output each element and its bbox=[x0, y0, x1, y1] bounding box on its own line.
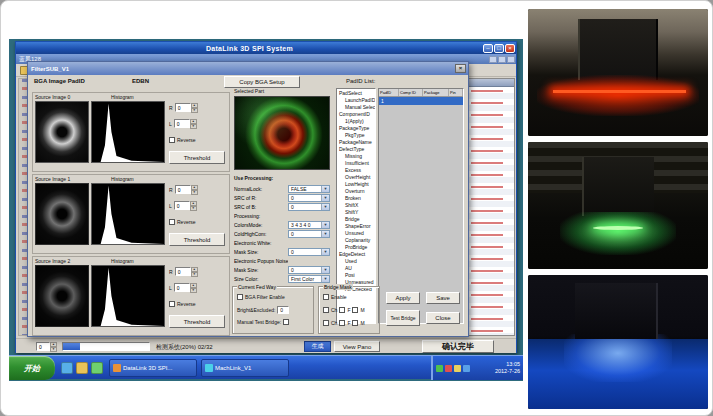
tree-item[interactable]: PadSelect bbox=[337, 90, 375, 97]
save-button[interactable]: Save bbox=[426, 292, 460, 304]
tree-item[interactable]: Insufficient bbox=[337, 160, 375, 167]
view-pano-button[interactable]: View Pano bbox=[334, 341, 380, 352]
col-package[interactable]: Package bbox=[423, 89, 449, 96]
bridge-enable-checkbox[interactable] bbox=[323, 294, 329, 300]
doc-maximize-button[interactable] bbox=[498, 56, 506, 63]
bga-filter-enable-checkbox[interactable] bbox=[237, 294, 243, 300]
tree-item[interactable]: Excess bbox=[337, 167, 375, 174]
r-value-field[interactable]: 0 bbox=[175, 267, 191, 276]
tree-item[interactable]: ComponentID bbox=[337, 111, 375, 118]
confirm-complete-button[interactable]: 确认完毕 bbox=[422, 340, 494, 353]
apply-button[interactable]: Apply bbox=[386, 292, 420, 304]
tree-item[interactable]: LowHeight bbox=[337, 181, 375, 188]
l-stepper[interactable]: ▲▼ bbox=[190, 119, 197, 128]
tree-item[interactable]: ShiftY bbox=[337, 209, 375, 216]
processing-dropdown[interactable]: 0▼ bbox=[288, 230, 330, 238]
tree-item[interactable]: LaunchPadID bbox=[337, 97, 375, 104]
results-table-rows[interactable] bbox=[469, 87, 514, 335]
processing-dropdown[interactable]: 0▼ bbox=[288, 248, 330, 256]
l-value-field[interactable]: 0 bbox=[174, 201, 190, 210]
tray-status-icon-yellow[interactable] bbox=[454, 365, 461, 372]
start-button[interactable]: 开始 bbox=[9, 356, 55, 380]
close-dialog-button[interactable]: Close bbox=[426, 312, 460, 324]
col-padid[interactable]: PadID bbox=[379, 89, 399, 96]
quicklaunch-icon-3[interactable] bbox=[91, 362, 103, 374]
run-button[interactable]: 生成 bbox=[304, 341, 331, 352]
manual-test-bridge-checkbox[interactable] bbox=[283, 319, 289, 325]
tree-item[interactable]: Bridge bbox=[337, 216, 375, 223]
tree-item[interactable]: Coplanarity bbox=[337, 237, 375, 244]
reverse-checkbox[interactable] bbox=[169, 301, 175, 307]
tree-item[interactable]: PackageName bbox=[337, 139, 375, 146]
taskbar-task-machlink[interactable]: MachLink_V1 bbox=[201, 359, 289, 377]
tree-item[interactable]: Unsured bbox=[337, 230, 375, 237]
tray-status-icon-green[interactable] bbox=[436, 365, 443, 372]
tree-item[interactable]: EdgeDetect bbox=[337, 251, 375, 258]
tree-item[interactable]: ShapeError bbox=[337, 223, 375, 230]
minimize-button[interactable]: – bbox=[483, 44, 493, 53]
tree-item[interactable]: Missing bbox=[337, 153, 375, 160]
bright-excluded-field[interactable]: 0 bbox=[277, 306, 289, 314]
close-button[interactable]: × bbox=[505, 44, 515, 53]
processing-dropdown[interactable]: FALSE▼ bbox=[288, 185, 330, 193]
selected-list-row[interactable]: 1 bbox=[379, 97, 463, 105]
doc-close-button[interactable] bbox=[507, 56, 515, 63]
r-stepper[interactable]: ▲▼ bbox=[191, 185, 198, 194]
processing-dropdown[interactable]: 3 4 3 4 0▼ bbox=[288, 221, 330, 229]
processing-dropdown[interactable]: 0▼ bbox=[288, 266, 330, 274]
r-stepper[interactable]: ▲▼ bbox=[191, 103, 198, 112]
results-table-header bbox=[469, 79, 514, 87]
bridge-f-checkbox[interactable] bbox=[339, 307, 345, 313]
processing-dropdown[interactable]: First Color▼ bbox=[288, 275, 330, 283]
processing-dropdown[interactable]: 0▼ bbox=[288, 194, 330, 202]
tree-item[interactable]: OverHeight bbox=[337, 174, 375, 181]
tree-item[interactable]: 1(Apply) bbox=[337, 118, 375, 125]
r-stepper[interactable]: ▲▼ bbox=[191, 267, 198, 276]
tree-item[interactable]: AU bbox=[337, 265, 375, 272]
results-table[interactable] bbox=[468, 78, 515, 336]
counter-field[interactable]: 0 bbox=[36, 342, 50, 351]
tree-item[interactable]: PkgType bbox=[337, 132, 375, 139]
bridge-m2-checkbox[interactable] bbox=[352, 320, 358, 326]
tree-item[interactable]: Posi bbox=[337, 272, 375, 279]
r-value-field[interactable]: 0 bbox=[175, 185, 191, 194]
tree-item[interactable]: Manual Select bbox=[337, 104, 375, 111]
r-value-field[interactable]: 0 bbox=[175, 103, 191, 112]
l-stepper[interactable]: ▲▼ bbox=[190, 283, 197, 292]
bridge-ch-checkbox[interactable] bbox=[323, 307, 329, 313]
counter-stepper[interactable]: ▲▼ bbox=[50, 342, 57, 351]
reverse-checkbox[interactable] bbox=[169, 219, 175, 225]
test-bridge-button[interactable]: Test Bridge bbox=[386, 310, 420, 326]
tray-status-icon-blue[interactable] bbox=[463, 365, 470, 372]
tree-item[interactable]: Used bbox=[337, 258, 375, 265]
threshold-button[interactable]: Threshold bbox=[169, 151, 225, 164]
histogram-label: Histogram bbox=[111, 258, 134, 264]
tray-status-icon-red[interactable] bbox=[445, 365, 452, 372]
col-pin[interactable]: Pin bbox=[449, 89, 463, 96]
bridge-ch2-checkbox[interactable] bbox=[323, 320, 329, 326]
l-stepper[interactable]: ▲▼ bbox=[190, 201, 197, 210]
quicklaunch-icon-1[interactable] bbox=[61, 362, 73, 374]
reverse-checkbox[interactable] bbox=[169, 137, 175, 143]
col-compid[interactable]: Comp ID bbox=[399, 89, 423, 96]
dialog-close-icon[interactable]: × bbox=[455, 64, 466, 73]
quicklaunch-icon-2[interactable] bbox=[76, 362, 88, 374]
l-value-field[interactable]: 0 bbox=[174, 283, 190, 292]
tree-item[interactable]: ShiftX bbox=[337, 202, 375, 209]
tree-item[interactable]: Overturn bbox=[337, 188, 375, 195]
maximize-button[interactable]: □ bbox=[494, 44, 504, 53]
tree-item[interactable]: DefectType bbox=[337, 146, 375, 153]
copy-bga-setup-button[interactable]: Copy BGA Setup bbox=[224, 76, 300, 88]
padid-listbox[interactable]: PadID Comp ID Package Pin 1 bbox=[378, 88, 464, 324]
tree-item[interactable]: Broken bbox=[337, 195, 375, 202]
doc-minimize-button[interactable] bbox=[489, 56, 497, 63]
tree-item[interactable]: PackageType bbox=[337, 125, 375, 132]
taskbar-task-datalink[interactable]: DataLink 3D SPI... bbox=[109, 359, 197, 377]
bridge-f2-checkbox[interactable] bbox=[339, 320, 345, 326]
threshold-button[interactable]: Threshold bbox=[169, 233, 225, 246]
threshold-button[interactable]: Threshold bbox=[169, 315, 225, 328]
processing-dropdown[interactable]: 0▼ bbox=[288, 203, 330, 211]
l-value-field[interactable]: 0 bbox=[174, 119, 190, 128]
bridge-m-checkbox[interactable] bbox=[352, 307, 358, 313]
tree-item[interactable]: ProBridge bbox=[337, 244, 375, 251]
